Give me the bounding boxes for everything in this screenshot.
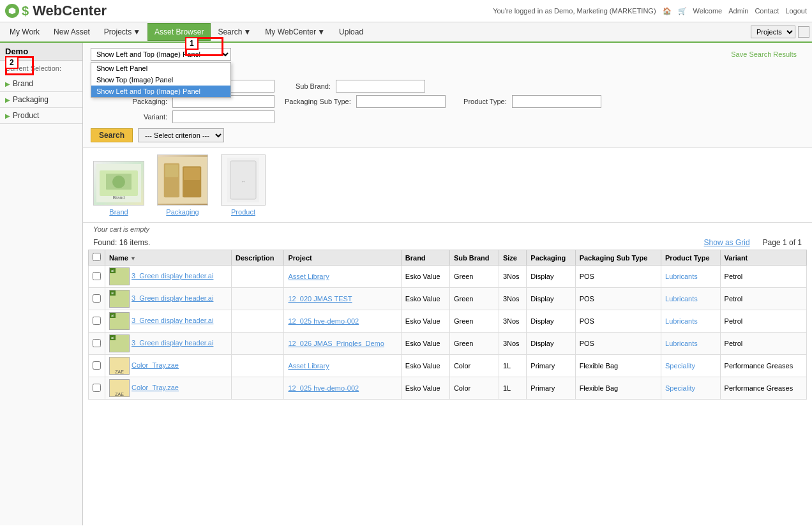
category-brand[interactable]: Brand Brand	[93, 161, 144, 216]
sidebar-product-header[interactable]: ▶ Product	[0, 108, 82, 123]
nav-asset-browser[interactable]: Asset Browser	[147, 23, 211, 41]
row-checkbox[interactable]	[93, 339, 101, 347]
logo-text: $ WebCenter	[22, 3, 107, 19]
project-link[interactable]: 12_020 JMAS TEST	[288, 295, 352, 303]
admin-link[interactable]: Admin	[728, 7, 748, 15]
sidebar-user: Demo	[0, 43, 82, 61]
row-pkg-sub-type-cell: Flexible Bag	[575, 377, 661, 400]
row-name-cell: ai3_Green display header.ai	[105, 288, 232, 310]
row-project-cell: Asset Library	[284, 266, 401, 288]
variant-label: Variant:	[91, 113, 167, 121]
col-size[interactable]: Size	[499, 250, 526, 266]
category-packaging[interactable]: Packaging	[157, 154, 208, 216]
row-size-cell: 1L	[499, 355, 526, 377]
sub-brand-input[interactable]	[336, 80, 425, 93]
select-all-checkbox[interactable]	[93, 253, 101, 261]
project-link[interactable]: Asset Library	[288, 362, 329, 370]
brand-arrow-icon: ▶	[5, 80, 10, 87]
top-right-bar: You're logged in as Demo, Marketing (MAR…	[493, 7, 807, 15]
col-sub-brand[interactable]: Sub Brand	[449, 250, 499, 266]
nav-my-work[interactable]: My Work	[3, 23, 47, 41]
variant-input[interactable]	[172, 110, 274, 123]
content-area: Show Left and Top (Image) Panel Show Lef…	[83, 43, 812, 525]
found-count: Found: 16 items.	[93, 238, 150, 247]
file-name-link[interactable]: Color_Tray.zae	[132, 384, 179, 391]
panel-option-3[interactable]: Show Left and Top (Image) Panel	[91, 86, 230, 97]
sidebar-section-brand[interactable]: ▶ Brand	[0, 76, 82, 92]
col-project[interactable]: Project	[284, 250, 401, 266]
pkg-sub-type-label: Packaging Sub Type:	[285, 98, 351, 105]
nav-search-select[interactable]: Projects	[751, 26, 795, 38]
sidebar-packaging-header[interactable]: ▶ Packaging	[0, 92, 82, 107]
col-variant[interactable]: Variant	[720, 250, 806, 266]
save-search-results-link[interactable]: Save Search Results	[731, 50, 797, 58]
file-name-link[interactable]: 3_Green display header.ai	[132, 272, 213, 280]
row-name-cell: ZAEColor_Tray.zae	[105, 355, 232, 377]
col-description[interactable]: Description	[231, 250, 283, 266]
welcome-link[interactable]: Welcome	[693, 7, 723, 15]
pkg-sub-type-input[interactable]	[356, 95, 446, 108]
col-product-type[interactable]: Product Type	[661, 250, 721, 266]
row-checkbox[interactable]	[93, 317, 101, 325]
nav-search-input[interactable]	[798, 26, 809, 38]
logout-link[interactable]: Logout	[785, 7, 807, 15]
row-checkbox[interactable]	[93, 272, 101, 280]
search-button[interactable]: Search	[91, 128, 133, 142]
row-packaging-cell: Display	[527, 333, 575, 355]
row-sub-brand-cell: Color	[449, 377, 499, 400]
row-project-cell: 12_025 hve-demo-002	[284, 310, 401, 333]
col-checkbox	[89, 250, 105, 266]
row-checkbox-cell	[89, 266, 105, 288]
panel-option-2[interactable]: Show Top (Image) Panel	[91, 74, 230, 86]
row-size-cell: 3Nos	[499, 310, 526, 333]
home-icon[interactable]: 🏠	[663, 7, 672, 15]
product-thumbnail: ↔	[221, 154, 266, 206]
file-name-link[interactable]: Color_Tray.zae	[132, 361, 179, 369]
row-pkg-sub-type-cell: POS	[575, 266, 661, 288]
col-brand[interactable]: Brand	[401, 250, 449, 266]
file-name-link[interactable]: 3_Green display header.ai	[132, 317, 213, 324]
product-type-input[interactable]	[512, 95, 601, 108]
row-size-cell: 3Nos	[499, 266, 526, 288]
project-link[interactable]: 12_026 JMAS_Pringles_Demo	[288, 340, 384, 347]
nav-search[interactable]: Search ▼	[211, 23, 258, 41]
show-grid-link[interactable]: Show as Grid	[704, 238, 750, 247]
nav-upload[interactable]: Upload	[332, 23, 370, 41]
nav-projects[interactable]: Projects ▼	[97, 23, 147, 41]
row-brand-cell: Esko Value	[401, 310, 449, 333]
nav-new-asset[interactable]: New Asset	[47, 23, 97, 41]
sidebar-brand-label: Brand	[13, 79, 33, 88]
panel-option-1[interactable]: Show Left Panel	[91, 63, 230, 74]
sidebar-section-packaging[interactable]: ▶ Packaging	[0, 92, 82, 108]
row-name-cell: ZAEColor_Tray.zae	[105, 377, 232, 400]
row-project-cell: 12_020 JMAS TEST	[284, 288, 401, 310]
sidebar-section-product[interactable]: ▶ Product	[0, 108, 82, 124]
panel-view-select[interactable]: Show Left and Top (Image) Panel Show Lef…	[91, 48, 231, 61]
cart-icon[interactable]: 🛒	[678, 7, 687, 15]
category-product[interactable]: ↔ Product	[221, 154, 266, 216]
project-link[interactable]: 12_025 hve-demo-002	[288, 317, 359, 325]
col-packaging[interactable]: Packaging	[527, 250, 575, 266]
col-name[interactable]: Name ▼	[105, 250, 232, 266]
row-name-cell: ai3_Green display header.ai	[105, 266, 232, 288]
category-thumbnails: Brand Brand Packaging	[83, 148, 812, 223]
col-pkg-sub-type[interactable]: Packaging Sub Type	[575, 250, 661, 266]
project-link[interactable]: Asset Library	[288, 273, 329, 280]
file-name-link[interactable]: 3_Green display header.ai	[132, 294, 213, 302]
svg-text:Brand: Brand	[113, 195, 125, 200]
row-checkbox[interactable]	[93, 294, 101, 303]
criterion-select[interactable]: --- Select criterion --- Brand Packaging…	[138, 128, 224, 142]
nav-my-webcenter[interactable]: My WebCenter ▼	[258, 23, 332, 41]
row-variant-cell: Petrol	[720, 333, 806, 355]
packaging-cat-label: Packaging	[166, 208, 199, 216]
row-checkbox-cell	[89, 355, 105, 377]
row-sub-brand-cell: Green	[449, 310, 499, 333]
contact-link[interactable]: Contact	[755, 7, 779, 15]
row-checkbox[interactable]	[93, 361, 101, 370]
page-info: Page 1 of 1	[763, 238, 802, 247]
project-link[interactable]: 12_025 hve-demo-002	[288, 384, 359, 392]
row-checkbox[interactable]	[93, 384, 101, 392]
search-actions: Search --- Select criterion --- Brand Pa…	[91, 128, 723, 142]
file-name-link[interactable]: 3_Green display header.ai	[132, 339, 213, 347]
sidebar-brand-header[interactable]: ▶ Brand	[0, 76, 82, 91]
